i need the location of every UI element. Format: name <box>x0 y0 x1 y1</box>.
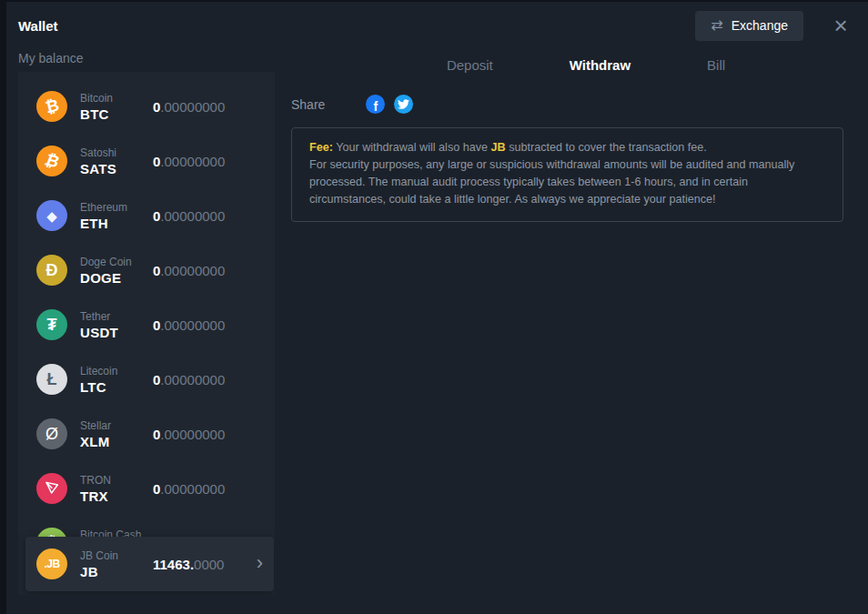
coin-symbol: XLM <box>80 434 153 449</box>
coin-name: TRON <box>80 474 153 487</box>
coin-symbol: BTC <box>80 106 153 122</box>
coin-symbol: TRX <box>80 488 153 504</box>
coin-balance: 0.00000000 <box>153 154 225 169</box>
exchange-arrows-icon: ⇄ <box>711 18 722 33</box>
share-row: Share f <box>291 95 850 114</box>
modal-header: Wallet ⇄ Exchange × <box>6 2 868 42</box>
coin-balance: 0.00000000 <box>153 317 225 333</box>
coin-balance: 0.00000000 <box>153 427 225 442</box>
coin-name: Stellar <box>80 419 153 432</box>
ltc-coin-icon: Ł <box>36 364 67 395</box>
coin-balance: 11463.0000 <box>153 557 224 572</box>
coin-list-item[interactable]: TRON TRX 0.00000000 <box>18 461 275 516</box>
coin-list-item[interactable]: ₿ Satoshi SATS 0.00000000 <box>18 134 275 188</box>
sats-coin-icon: ₿ <box>36 146 67 176</box>
fee-label: Fee: <box>309 141 333 154</box>
coin-name: JB Coin <box>80 549 153 562</box>
coin-symbol: DOGE <box>80 270 153 286</box>
fee-coin: JB <box>491 141 506 154</box>
coin-list-item[interactable]: Ø Stellar XLM 0.00000000 <box>18 407 275 461</box>
exchange-button[interactable]: ⇄ Exchange <box>695 11 803 41</box>
fee-notice: Fee: Your withdrawal will also have JB s… <box>291 127 843 222</box>
modal-content: My balance ₿ Bitcoin BTC 0.00000000 ₿ Sa… <box>6 42 868 595</box>
exchange-button-label: Exchange <box>732 18 788 33</box>
tabs: DepositWithdrawBill <box>307 55 865 75</box>
eth-coin-icon: ◆ <box>36 200 67 231</box>
coin-name: Doge Coin <box>80 256 153 268</box>
tab-deposit[interactable]: Deposit <box>445 55 495 75</box>
coin-list-item[interactable]: Đ Doge Coin DOGE 0.00000000 <box>18 243 275 297</box>
coin-list-item[interactable]: ₮ Tether USDT 0.00000000 <box>18 297 275 352</box>
coin-symbol: JB <box>80 564 153 579</box>
coin-name: Litecoin <box>80 365 153 377</box>
tab-bill[interactable]: Bill <box>705 55 727 75</box>
tab-withdraw[interactable]: Withdraw <box>568 55 632 75</box>
coin-balance: 0.00000000 <box>153 208 225 224</box>
my-balance-label: My balance <box>18 51 275 65</box>
fee-notice-line1: Fee: Your withdrawal will also have JB s… <box>309 139 825 156</box>
coin-symbol: LTC <box>80 379 153 395</box>
trx-coin-icon <box>36 473 67 504</box>
coin-symbol: USDT <box>80 325 153 340</box>
chevron-right-icon: › <box>257 553 263 576</box>
jb-coin-icon: .JB <box>36 549 67 579</box>
coin-name: Ethereum <box>80 201 153 214</box>
twitter-icon[interactable] <box>394 95 413 114</box>
share-label: Share <box>291 97 325 112</box>
coin-panel: ₿ Bitcoin BTC 0.00000000 ₿ Satoshi SATS … <box>18 72 275 595</box>
coin-balance: 0.00000000 <box>153 263 225 278</box>
coin-symbol: SATS <box>80 161 153 176</box>
coin-balance: 0.00000000 <box>153 481 225 497</box>
doge-coin-icon: Đ <box>36 255 67 286</box>
fee-notice-body: For security purposes, any large or susp… <box>309 156 825 208</box>
usdt-coin-icon: ₮ <box>36 309 67 340</box>
coin-list-item[interactable]: Ł Litecoin LTC 0.00000000 <box>18 352 275 407</box>
coin-name: Tether <box>80 310 153 323</box>
coin-balance: 0.00000000 <box>153 372 225 388</box>
coin-symbol: ETH <box>80 216 153 231</box>
facebook-icon[interactable]: f <box>366 95 385 114</box>
coin-balance: 0.00000000 <box>153 99 225 115</box>
coin-list-item[interactable]: ₿ Bitcoin BTC 0.00000000 <box>18 79 275 134</box>
close-icon[interactable]: × <box>832 14 850 37</box>
coin-name: Bitcoin <box>80 92 153 105</box>
coin-list-item[interactable]: ◆ Ethereum ETH 0.00000000 <box>18 188 275 243</box>
wallet-modal: Wallet ⇄ Exchange × My balance ₿ Bitcoin… <box>6 2 868 614</box>
coin-name: Satoshi <box>80 146 153 159</box>
coin-list: ₿ Bitcoin BTC 0.00000000 ₿ Satoshi SATS … <box>18 79 275 570</box>
btc-coin-icon: ₿ <box>36 91 67 122</box>
selected-coin-row-jb[interactable]: .JB JB Coin JB 11463.0000 › <box>25 537 274 591</box>
page-title: Wallet <box>18 18 695 34</box>
xlm-coin-icon: Ø <box>36 418 67 449</box>
balance-sidebar: My balance ₿ Bitcoin BTC 0.00000000 ₿ Sa… <box>18 42 275 595</box>
withdraw-pane: DepositWithdrawBill Share f Fee: Your wi… <box>291 42 850 222</box>
